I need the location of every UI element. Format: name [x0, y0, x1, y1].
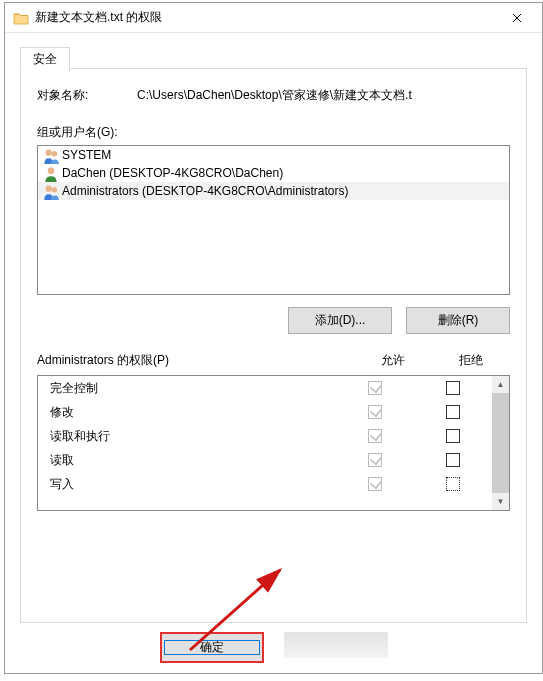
remove-button[interactable]: 删除(R) — [406, 307, 510, 334]
list-item-label: DaChen (DESKTOP-4KG8CRO\DaChen) — [62, 166, 283, 180]
permissions-header: Administrators 的权限(P) — [37, 352, 354, 369]
tab-panel: 安全 对象名称: C:\Users\DaChen\Desktop\管家速修\新建… — [20, 68, 527, 623]
titlebar: 新建文本文档.txt 的权限 — [5, 3, 542, 33]
permissions-dialog: 新建文本文档.txt 的权限 安全 对象名称: C:\Users\DaChen\… — [4, 2, 543, 674]
user-icon — [42, 165, 60, 181]
permission-row: 读取和执行 — [38, 424, 492, 448]
scroll-thumb[interactable] — [492, 393, 509, 493]
checkbox-deny[interactable] — [446, 405, 460, 419]
allow-header: 允许 — [354, 352, 432, 369]
permission-name: 修改 — [50, 404, 336, 421]
group-icon — [42, 147, 60, 163]
list-item-label: SYSTEM — [62, 148, 111, 162]
ok-button[interactable]: 确定 — [160, 632, 264, 663]
checkbox-allow[interactable] — [368, 381, 382, 395]
list-item[interactable]: Administrators (DESKTOP-4KG8CRO\Administ… — [38, 182, 509, 200]
checkbox-deny[interactable] — [446, 453, 460, 467]
permission-row: 读取 — [38, 448, 492, 472]
permission-row: 完全控制 — [38, 376, 492, 400]
cancel-button-shadow — [284, 632, 388, 658]
permission-name: 写入 — [50, 476, 336, 493]
tab-security[interactable]: 安全 — [20, 47, 70, 72]
svg-point-0 — [46, 149, 52, 155]
svg-point-4 — [52, 187, 57, 192]
close-button[interactable] — [494, 3, 540, 33]
list-item-label: Administrators (DESKTOP-4KG8CRO\Administ… — [62, 184, 349, 198]
permission-row: 修改 — [38, 400, 492, 424]
close-icon — [512, 13, 522, 23]
checkbox-allow[interactable] — [368, 477, 382, 491]
checkbox-allow[interactable] — [368, 405, 382, 419]
dialog-content: 安全 对象名称: C:\Users\DaChen\Desktop\管家速修\新建… — [5, 33, 542, 633]
checkbox-allow[interactable] — [368, 453, 382, 467]
checkbox-allow[interactable] — [368, 429, 382, 443]
checkbox-deny[interactable] — [446, 429, 460, 443]
svg-point-1 — [52, 151, 57, 156]
svg-point-3 — [46, 185, 52, 191]
deny-header: 拒绝 — [432, 352, 510, 369]
permission-name: 读取 — [50, 452, 336, 469]
scrollbar[interactable]: ▲ ▼ — [492, 376, 509, 510]
object-name-label: 对象名称: — [37, 87, 137, 104]
list-item[interactable]: DaChen (DESKTOP-4KG8CRO\DaChen) — [38, 164, 509, 182]
svg-point-2 — [48, 167, 55, 174]
scroll-down-button[interactable]: ▼ — [492, 493, 509, 510]
groups-label: 组或用户名(G): — [37, 124, 510, 141]
dialog-footer: 确定 — [5, 632, 542, 663]
group-icon — [42, 183, 60, 199]
folder-icon — [13, 11, 29, 25]
groups-listbox[interactable]: SYSTEMDaChen (DESKTOP-4KG8CRO\DaChen)Adm… — [37, 145, 510, 295]
scroll-up-button[interactable]: ▲ — [492, 376, 509, 393]
object-name-value: C:\Users\DaChen\Desktop\管家速修\新建文本文档.t — [137, 87, 510, 104]
permissions-listbox: 完全控制修改读取和执行读取写入 ▲ ▼ — [37, 375, 510, 511]
window-title: 新建文本文档.txt 的权限 — [35, 9, 494, 26]
permission-row: 写入 — [38, 472, 492, 496]
checkbox-deny[interactable] — [446, 381, 460, 395]
list-item[interactable]: SYSTEM — [38, 146, 509, 164]
checkbox-deny[interactable] — [446, 477, 460, 491]
permission-name: 读取和执行 — [50, 428, 336, 445]
permission-name: 完全控制 — [50, 380, 336, 397]
add-button[interactable]: 添加(D)... — [288, 307, 392, 334]
